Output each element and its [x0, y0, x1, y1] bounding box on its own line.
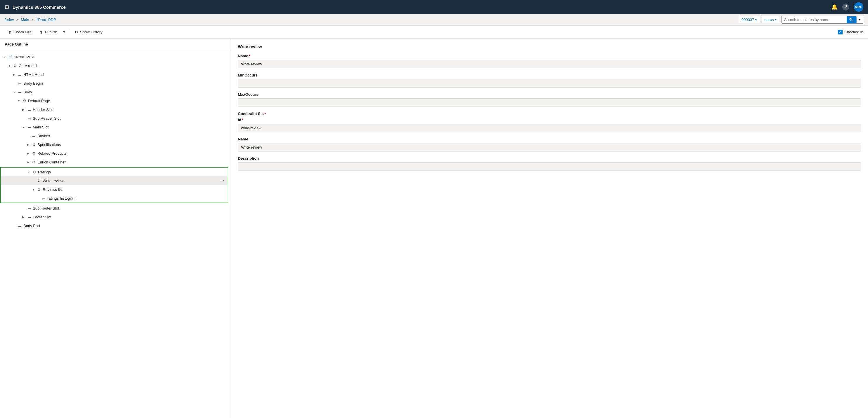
expand-footer-slot[interactable]: ▶	[21, 214, 26, 219]
checkout-icon: ⬆	[8, 30, 12, 34]
tree-item-ratings-histogram[interactable]: ▬ ratings histogram	[1, 194, 228, 203]
tree-item-buybox[interactable]: ▬ Buybox	[0, 131, 230, 140]
search-dropdown-button[interactable]: ▾	[856, 16, 863, 23]
tree-item-write-review[interactable]: ⚙ Write review ···	[1, 176, 228, 185]
bell-icon[interactable]: 🔔	[831, 4, 838, 10]
max-occurs-field-group: MaxOccurs	[238, 92, 861, 107]
tree-item-sub-header-slot[interactable]: ▬ Sub Header Slot	[0, 114, 230, 123]
module-icon: ▬	[27, 116, 32, 120]
tree-item-ratings[interactable]: ▾ ⚙ Ratings	[1, 168, 228, 176]
breadcrumb-main[interactable]: Main	[21, 18, 29, 22]
constraint-set-group: Constraint Set Id	[238, 111, 861, 132]
search-button[interactable]: 🔍	[847, 16, 856, 23]
main-layout: Page Outline ▾ 📄 1Prod_PDP ▾ ⚙ Core root…	[0, 38, 868, 418]
tree-item-core-root[interactable]: ▾ ⚙ Core root 1	[0, 61, 230, 70]
right-panel: Write review Name MinOccurs MaxOccurs Co…	[231, 38, 868, 418]
lang-select[interactable]: en-us ▾	[762, 16, 779, 23]
tree-item-body[interactable]: ▾ ▬ Body	[0, 88, 230, 96]
tree-item-body-begin[interactable]: ▬ Body Begin	[0, 79, 230, 88]
root-label: 1Prod_PDP	[14, 55, 34, 59]
app-title: Dynamics 365 Commerce	[12, 5, 831, 10]
sub-footer-slot-label: Sub Footer Slot	[33, 206, 59, 210]
tree-item-related-products[interactable]: ▶ ⚙ Related Products	[0, 149, 230, 158]
tree-item-root[interactable]: ▾ 📄 1Prod_PDP	[0, 53, 230, 61]
id-input[interactable]	[238, 124, 861, 132]
body-end-label: Body End	[23, 223, 40, 228]
chevron-down-icon: ▾	[775, 18, 777, 21]
module-icon: ▬	[27, 107, 32, 112]
name-input[interactable]	[238, 60, 861, 68]
breadcrumb-sep-1: >	[17, 18, 19, 22]
module-icon: ▬	[27, 125, 32, 129]
gear-icon: ⚙	[13, 63, 18, 68]
panel-header: Page Outline	[0, 38, 230, 50]
expand-reviews-list[interactable]: ▾	[31, 187, 36, 192]
ratings-label: Ratings	[38, 170, 51, 174]
gear-icon: ⚙	[32, 142, 36, 147]
max-occurs-input[interactable]	[238, 98, 861, 107]
gear-icon: ⚙	[32, 151, 36, 155]
search-box: 🔍 ▾	[781, 16, 863, 24]
module-icon: ▬	[27, 214, 32, 219]
tree-item-html-head[interactable]: ▶ ▬ HTML Head	[0, 70, 230, 79]
id-label: Id	[238, 118, 861, 122]
history-icon: ↺	[75, 30, 78, 34]
gear-icon: ⚙	[37, 178, 41, 183]
expand-main-slot[interactable]: ▾	[21, 125, 26, 129]
breadcrumb-bar: fedev > Main > 1Prod_PDP 000037 ▾ en-us …	[0, 14, 868, 26]
name2-input[interactable]	[238, 143, 861, 151]
default-page-label: Default Page	[28, 99, 50, 103]
header-slot-label: Header Slot	[33, 107, 53, 112]
min-occurs-input[interactable]	[238, 79, 861, 88]
dropdown-arrow-button[interactable]: ▾	[62, 28, 66, 36]
gear-icon: ⚙	[32, 170, 37, 174]
write-review-label: Write review	[43, 179, 63, 183]
tree-item-footer-slot[interactable]: ▶ ▬ Footer Slot	[0, 212, 230, 221]
publish-button[interactable]: ⬆ Publish	[36, 28, 61, 36]
version-select[interactable]: 000037 ▾	[739, 16, 759, 23]
help-icon[interactable]: ?	[842, 3, 849, 10]
expand-ratings[interactable]: ▾	[26, 170, 31, 174]
expand-html-head[interactable]: ▶	[12, 72, 17, 77]
reviews-list-label: Reviews list	[43, 187, 63, 192]
tree-item-sub-footer-slot[interactable]: ▬ Sub Footer Slot	[0, 204, 230, 212]
expand-core-root[interactable]: ▾	[7, 63, 12, 68]
description-input[interactable]	[238, 162, 861, 171]
gear-icon: ⚙	[37, 187, 41, 192]
tree-item-enrich-container[interactable]: ▶ ⚙ Enrich Container	[0, 158, 230, 166]
min-occurs-label: MinOccurs	[238, 73, 861, 77]
expand-default-page[interactable]: ▾	[17, 98, 21, 103]
module-icon: ▬	[18, 90, 22, 94]
expand-header-slot[interactable]: ▶	[21, 107, 26, 112]
search-input[interactable]	[782, 16, 847, 23]
module-icon: ▬	[18, 223, 22, 228]
tree-item-header-slot[interactable]: ▶ ▬ Header Slot	[0, 105, 230, 114]
tree-item-body-end[interactable]: ▬ Body End	[0, 221, 230, 230]
expand-root[interactable]: ▾	[2, 55, 7, 59]
avatar[interactable]: MRG	[854, 2, 863, 12]
constraint-set-label: Constraint Set	[238, 111, 861, 116]
nav-icons: 🔔 ? MRG	[831, 2, 863, 12]
item-actions[interactable]: ···	[219, 178, 225, 183]
sub-header-slot-label: Sub Header Slot	[33, 116, 61, 120]
breadcrumb-fedev[interactable]: fedev	[5, 18, 14, 22]
tree-item-default-page[interactable]: ▾ ⚙ Default Page	[0, 96, 230, 105]
expand-specifications[interactable]: ▶	[26, 142, 30, 147]
top-navigation: ⊞ Dynamics 365 Commerce 🔔 ? MRG	[0, 0, 868, 14]
left-panel: Page Outline ▾ 📄 1Prod_PDP ▾ ⚙ Core root…	[0, 38, 231, 418]
document-icon: 📄	[8, 55, 13, 59]
tree-item-specifications[interactable]: ▶ ⚙ Specifications	[0, 140, 230, 149]
checkout-button[interactable]: ⬆ Check Out	[5, 28, 35, 36]
expand-body[interactable]: ▾	[12, 90, 17, 94]
expand-enrich-container[interactable]: ▶	[26, 160, 30, 164]
tree-item-reviews-list[interactable]: ▾ ⚙ Reviews list	[1, 185, 228, 194]
tree-item-main-slot[interactable]: ▾ ▬ Main Slot	[0, 123, 230, 131]
expand-related-products[interactable]: ▶	[26, 151, 30, 155]
related-products-label: Related Products	[37, 151, 67, 155]
ratings-section: ▾ ⚙ Ratings ⚙ Write review ··· ▾ ⚙ Revie…	[0, 167, 228, 203]
html-head-label: HTML Head	[23, 72, 44, 77]
show-history-button[interactable]: ↺ Show History	[71, 28, 106, 36]
module-icon: ▬	[18, 81, 22, 85]
app-grid-icon[interactable]: ⊞	[5, 4, 9, 10]
name2-field-group: Name	[238, 137, 861, 151]
